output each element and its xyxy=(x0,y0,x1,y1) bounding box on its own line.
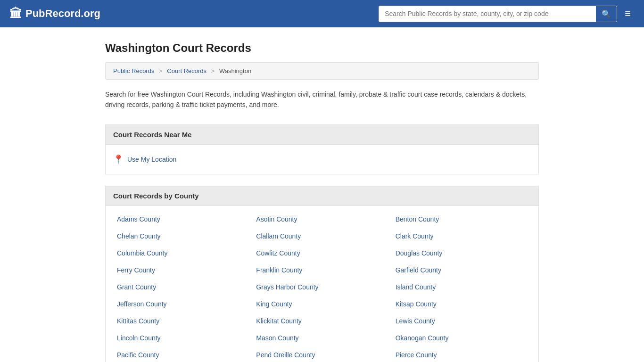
county-item: King County xyxy=(252,296,391,313)
county-link[interactable]: Ferry County xyxy=(117,266,155,274)
page-description: Search for free Washington Court Records… xyxy=(105,89,539,110)
near-me-section: Court Records Near Me 📍 Use My Location xyxy=(105,124,539,174)
county-item: Franklin County xyxy=(252,262,391,279)
page-title: Washington Court Records xyxy=(105,41,539,55)
search-container: 🔍 xyxy=(379,6,617,22)
county-item: Mason County xyxy=(252,329,391,346)
county-link[interactable]: Grays Harbor County xyxy=(256,283,318,291)
county-link[interactable]: Clark County xyxy=(396,232,434,240)
county-link[interactable]: Adams County xyxy=(117,215,160,223)
county-link[interactable]: Pend Oreille County xyxy=(256,351,315,359)
county-item: Jefferson County xyxy=(113,296,252,313)
breadcrumb-public-records[interactable]: Public Records xyxy=(113,67,154,74)
county-link[interactable]: Clallam County xyxy=(256,232,301,240)
county-item: Garfield County xyxy=(392,262,531,279)
by-county-section-header: Court Records by County xyxy=(106,186,538,206)
county-link[interactable]: King County xyxy=(256,300,292,308)
county-item: Columbia County xyxy=(113,245,252,262)
county-item: Adams County xyxy=(113,211,252,228)
use-location-button[interactable]: 📍 Use My Location xyxy=(113,152,531,166)
county-link[interactable]: Cowlitz County xyxy=(256,249,300,257)
search-input[interactable] xyxy=(379,7,596,21)
breadcrumb-court-records[interactable]: Court Records xyxy=(167,67,206,74)
hamburger-icon: ≡ xyxy=(625,8,631,19)
county-link[interactable]: Pierce County xyxy=(396,351,437,359)
county-item: Lewis County xyxy=(392,313,531,329)
logo-text: PubRecord.org xyxy=(25,8,100,20)
county-item: Kitsap County xyxy=(392,296,531,313)
county-item: Grays Harbor County xyxy=(252,279,391,296)
county-link[interactable]: Klickitat County xyxy=(256,317,301,325)
county-item: Clallam County xyxy=(252,228,391,245)
menu-button[interactable]: ≡ xyxy=(621,7,635,21)
breadcrumb-sep-2: > xyxy=(211,67,215,74)
breadcrumb-current: Washington xyxy=(219,67,251,74)
county-link[interactable]: Pacific County xyxy=(117,351,159,359)
county-item: Benton County xyxy=(392,211,531,228)
county-item: Pacific County xyxy=(113,346,252,362)
breadcrumb-sep-1: > xyxy=(159,67,163,74)
county-link[interactable]: Kitsap County xyxy=(396,300,437,308)
location-icon: 📍 xyxy=(113,154,124,165)
county-item: Pend Oreille County xyxy=(252,346,391,362)
county-item: Pierce County xyxy=(392,346,531,362)
county-link[interactable]: Okanogan County xyxy=(396,334,449,342)
county-item: Asotin County xyxy=(252,211,391,228)
logo-icon: 🏛 xyxy=(9,7,22,21)
county-link[interactable]: Mason County xyxy=(256,334,298,342)
county-link[interactable]: Kittitas County xyxy=(117,317,159,325)
county-item: Okanogan County xyxy=(392,329,531,346)
county-link[interactable]: Benton County xyxy=(396,215,439,223)
header: 🏛 PubRecord.org 🔍 ≡ xyxy=(0,0,644,27)
county-link[interactable]: Columbia County xyxy=(117,249,167,257)
county-link[interactable]: Island County xyxy=(396,283,436,291)
county-link[interactable]: Lincoln County xyxy=(117,334,161,342)
county-grid: Adams CountyAsotin CountyBenton CountyCh… xyxy=(106,206,538,362)
use-location-label: Use My Location xyxy=(127,156,176,163)
county-item: Clark County xyxy=(392,228,531,245)
search-button[interactable]: 🔍 xyxy=(596,6,617,22)
county-item: Ferry County xyxy=(113,262,252,279)
county-link[interactable]: Lewis County xyxy=(396,317,435,325)
county-item: Kittitas County xyxy=(113,313,252,329)
county-link[interactable]: Grant County xyxy=(117,283,156,291)
breadcrumb: Public Records > Court Records > Washing… xyxy=(105,62,539,80)
county-item: Chelan County xyxy=(113,228,252,245)
logo-link[interactable]: 🏛 PubRecord.org xyxy=(9,7,100,21)
county-item: Lincoln County xyxy=(113,329,252,346)
county-link[interactable]: Franklin County xyxy=(256,266,302,274)
county-item: Grant County xyxy=(113,279,252,296)
header-right: 🔍 ≡ xyxy=(379,6,635,22)
near-me-section-header: Court Records Near Me xyxy=(106,125,538,145)
county-link[interactable]: Jefferson County xyxy=(117,300,167,308)
county-link[interactable]: Douglas County xyxy=(396,249,443,257)
county-link[interactable]: Garfield County xyxy=(396,266,441,274)
near-me-section-body: 📍 Use My Location xyxy=(106,145,538,174)
county-item: Island County xyxy=(392,279,531,296)
county-link[interactable]: Asotin County xyxy=(256,215,297,223)
county-link[interactable]: Chelan County xyxy=(117,232,161,240)
county-item: Klickitat County xyxy=(252,313,391,329)
main-content: Washington Court Records Public Records … xyxy=(96,27,548,362)
search-icon: 🔍 xyxy=(602,10,611,18)
by-county-section: Court Records by County Adams CountyAsot… xyxy=(105,186,539,362)
county-item: Cowlitz County xyxy=(252,245,391,262)
county-item: Douglas County xyxy=(392,245,531,262)
